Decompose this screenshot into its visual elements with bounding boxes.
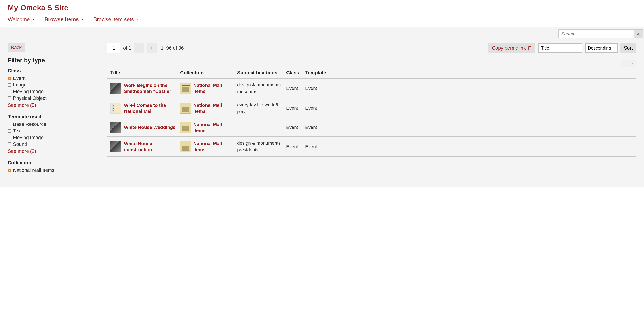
checkbox[interactable] (8, 136, 11, 139)
item-title-link[interactable]: White House construction (124, 140, 178, 153)
cell-subject: design & monuments museums (237, 82, 286, 95)
cell-collection: National Mall Items (180, 140, 237, 153)
col-class: Class (286, 70, 305, 76)
col-subject: Subject headings (237, 70, 286, 76)
collection-link[interactable]: National Mall Items (194, 82, 235, 94)
cell-title: White House Weddings (107, 122, 180, 133)
cell-collection: National Mall Items (180, 82, 237, 94)
collection-link[interactable]: National Mall Items (194, 102, 235, 114)
prev-page-button[interactable] (134, 43, 144, 53)
see-more-link[interactable]: See more (5) (8, 102, 98, 109)
nav-item[interactable]: Browse item sets (94, 16, 139, 23)
filter-heading: Filter by type (8, 57, 98, 64)
search-box (558, 30, 643, 39)
checkbox[interactable] (8, 83, 11, 87)
table-row: White House constructionNational Mall It… (107, 137, 636, 157)
filter-option-label: Physical Object (13, 95, 47, 101)
col-template: Template (305, 70, 636, 76)
checkbox[interactable] (8, 129, 11, 133)
filter-option[interactable]: Base Resource (8, 121, 98, 128)
filter-group: CollectionNational Mall Items (8, 160, 98, 174)
table-row: Work Begins on the Smithsonian "Castle"N… (107, 79, 636, 98)
sort-by-select[interactable]: Title (538, 43, 582, 53)
item-thumbnail[interactable] (110, 141, 121, 152)
filter-option-label: Moving Image (13, 135, 44, 140)
cell-subject: design & monuments presidents (237, 140, 286, 153)
search-icon (636, 32, 640, 36)
page-of-label: of 1 (123, 45, 131, 51)
collection-thumbnail[interactable] (180, 83, 191, 94)
filter-group-label: Template used (8, 114, 98, 120)
filter-option[interactable]: Event (8, 75, 98, 82)
cell-template: Event (305, 106, 636, 111)
chevron-down-icon (136, 18, 139, 21)
filter-option[interactable]: Sound (8, 141, 98, 148)
back-button[interactable]: Back (8, 43, 25, 52)
chevron-left-icon (624, 62, 626, 65)
filter-group: Template usedBase ResourceTextMoving Ima… (8, 114, 98, 155)
cell-class: Event (286, 125, 305, 130)
item-title-link[interactable]: Work Begins on the Smithsonian "Castle" (124, 82, 178, 94)
search-input[interactable] (559, 30, 634, 38)
cell-template: Event (305, 144, 636, 149)
filter-option[interactable]: Image (8, 82, 98, 88)
nav-label: Welcome (8, 16, 30, 23)
table-row: White House WeddingsNational Mall ItemsE… (107, 118, 636, 137)
checkbox[interactable] (8, 142, 11, 146)
filter-option-label: National Mall Items (13, 167, 54, 173)
site-title[interactable]: My Omeka S Site (8, 3, 636, 12)
cell-collection: National Mall Items (180, 121, 237, 134)
item-thumbnail[interactable] (110, 103, 121, 114)
checkbox[interactable] (8, 96, 11, 100)
checkbox[interactable] (8, 90, 11, 93)
filter-option[interactable]: Moving Image (8, 134, 98, 141)
mini-next-button[interactable] (629, 60, 636, 67)
sort-button[interactable]: Sort (620, 43, 636, 53)
col-title: Title (107, 70, 180, 76)
collection-thumbnail[interactable] (180, 103, 191, 114)
table-row: Wi-Fi Comes to the National MallNational… (107, 98, 636, 118)
chevron-down-icon (32, 18, 35, 21)
col-collection: Collection (180, 70, 237, 76)
copy-permalink-label: Copy permalink (492, 45, 526, 51)
checkbox[interactable] (8, 77, 11, 80)
filter-option-label: Image (13, 82, 26, 88)
checkbox[interactable] (8, 169, 11, 172)
collection-link[interactable]: National Mall Items (194, 140, 235, 153)
nav-item[interactable]: Welcome (8, 16, 35, 23)
cell-title: Work Begins on the Smithsonian "Castle" (107, 82, 180, 94)
collection-link[interactable]: National Mall Items (194, 121, 235, 134)
filter-group-label: Collection (8, 160, 98, 166)
filter-option[interactable]: Physical Object (8, 95, 98, 102)
filter-option-label: Base Resource (13, 121, 46, 127)
item-thumbnail[interactable] (110, 122, 121, 133)
table-header: Title Collection Subject headings Class … (107, 70, 636, 79)
chevron-right-icon (632, 62, 634, 65)
collection-thumbnail[interactable] (180, 141, 191, 152)
see-more-link[interactable]: See more (2) (8, 148, 98, 155)
mini-prev-button[interactable] (621, 60, 629, 67)
page-number-input[interactable] (107, 43, 120, 53)
results-range: 1–96 of 96 (161, 45, 184, 51)
nav-label: Browse items (44, 16, 79, 23)
copy-permalink-button[interactable]: Copy permalink (488, 43, 536, 53)
mini-pager (107, 60, 636, 67)
item-title-link[interactable]: White House Weddings (124, 124, 176, 130)
item-thumbnail[interactable] (110, 83, 121, 94)
item-title-link[interactable]: Wi-Fi Comes to the National Mall (124, 102, 178, 114)
cell-title: Wi-Fi Comes to the National Mall (107, 102, 180, 114)
filter-group: ClassEventImageMoving ImagePhysical Obje… (8, 68, 98, 109)
results-toolbar: of 1 1–96 of 96 Copy permalink Title Des… (107, 43, 636, 53)
collection-thumbnail[interactable] (180, 122, 191, 133)
search-button[interactable] (634, 30, 643, 38)
filter-option[interactable]: National Mall Items (8, 167, 98, 174)
chevron-left-icon (138, 47, 140, 50)
checkbox[interactable] (8, 123, 11, 126)
nav-label: Browse item sets (94, 16, 134, 23)
sort-direction-select[interactable]: Descending (585, 43, 618, 53)
filter-option[interactable]: Moving Image (8, 88, 98, 95)
nav-item[interactable]: Browse items (44, 16, 84, 23)
next-page-button[interactable] (147, 43, 157, 53)
cell-subject: everyday life work & play (237, 102, 286, 115)
filter-option[interactable]: Text (8, 128, 98, 134)
